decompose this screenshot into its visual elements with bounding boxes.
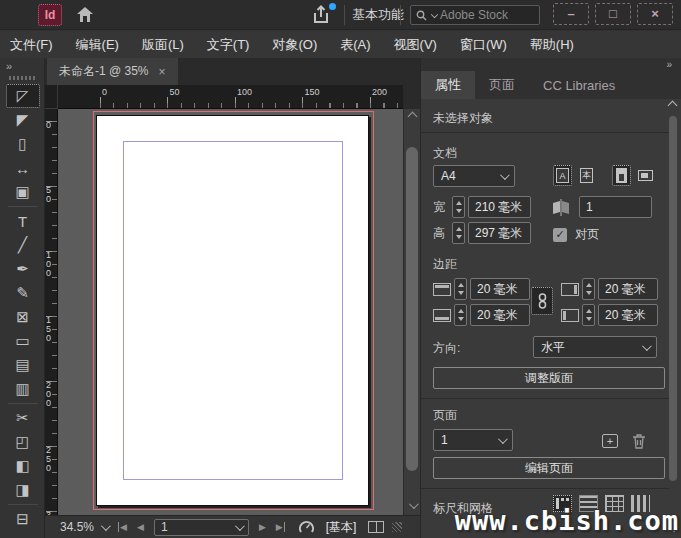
menu-item[interactable]: 文字(T) bbox=[207, 36, 250, 54]
menu-item[interactable]: 编辑(E) bbox=[76, 36, 119, 54]
workspace-switcher[interactable]: 基本功能 bbox=[352, 4, 419, 26]
delete-page-trash-icon[interactable] bbox=[632, 433, 646, 449]
margin-outside-field[interactable]: 20 毫米 bbox=[598, 304, 658, 326]
panel-tab-pages[interactable]: 页面 bbox=[475, 71, 529, 99]
first-page-button[interactable]: ◀ bbox=[118, 522, 127, 532]
tool-group-divider bbox=[8, 403, 38, 404]
content-collector-tool[interactable]: ▣ bbox=[6, 180, 40, 204]
minimize-button[interactable]: – bbox=[553, 3, 589, 25]
divider bbox=[344, 5, 345, 25]
share-icon[interactable] bbox=[312, 5, 334, 25]
pasteboard[interactable] bbox=[58, 109, 403, 515]
page-number-dropdown[interactable]: 1 bbox=[154, 519, 249, 536]
scrollbar-thumb[interactable] bbox=[406, 147, 418, 471]
line-tool[interactable]: ╱ bbox=[6, 233, 40, 257]
adjust-layout-button[interactable]: 调整版面 bbox=[433, 367, 665, 389]
ruler-origin-box[interactable] bbox=[45, 85, 58, 109]
add-page-button[interactable]: + bbox=[602, 434, 618, 448]
margin-bottom-stepper[interactable] bbox=[454, 304, 467, 326]
width-stepper[interactable] bbox=[452, 196, 465, 218]
edit-pages-button[interactable]: 编辑页面 bbox=[433, 457, 665, 479]
search-input[interactable]: Adobe Stock bbox=[410, 5, 540, 25]
orientation-landscape-button[interactable] bbox=[636, 165, 655, 186]
gap-tool[interactable]: ↔ bbox=[6, 156, 40, 180]
scroll-up-icon[interactable] bbox=[668, 101, 678, 111]
scrollbar-thumb[interactable] bbox=[669, 116, 677, 481]
indesign-app-icon[interactable]: Id bbox=[38, 4, 62, 26]
spread-view-icon[interactable] bbox=[368, 521, 384, 533]
frame-tool[interactable]: ⊠ bbox=[6, 305, 40, 329]
text-direction-vertical-button[interactable]: 本 bbox=[577, 165, 596, 186]
link-margins-button[interactable] bbox=[531, 287, 553, 315]
panel-collapse-icon[interactable]: » bbox=[666, 59, 672, 70]
zoom-level-control[interactable]: 34.5% bbox=[60, 520, 108, 534]
toolbar-expand-icon[interactable]: » bbox=[6, 60, 11, 72]
menu-item[interactable]: 表(A) bbox=[340, 36, 370, 54]
notification-dot bbox=[329, 3, 336, 10]
type-tool[interactable]: T bbox=[6, 209, 40, 233]
menu-item[interactable]: 对象(O) bbox=[272, 36, 317, 54]
previous-page-button[interactable]: ◀ bbox=[137, 522, 144, 532]
height-field[interactable]: 297 毫米 bbox=[468, 222, 531, 244]
close-button[interactable]: × bbox=[637, 3, 673, 25]
pages-current-select[interactable]: 1 bbox=[433, 429, 513, 451]
height-stepper[interactable] bbox=[452, 222, 465, 244]
vertical-ruler[interactable]: 0501001502002503 bbox=[45, 109, 58, 515]
status-bar: 34.5% ◀ ◀ 1 ▶ ▶ [基本] bbox=[45, 515, 420, 538]
menu-item[interactable]: 版面(L) bbox=[142, 36, 184, 54]
text-direction-horizontal-button[interactable]: A bbox=[553, 165, 572, 186]
free-transform-tool[interactable]: ◰ bbox=[6, 430, 40, 454]
selection-tool[interactable]: ◸ bbox=[6, 84, 40, 108]
width-field[interactable]: 210 毫米 bbox=[468, 196, 531, 218]
resize-grip[interactable] bbox=[392, 522, 402, 532]
margin-top-icon bbox=[433, 283, 451, 296]
facing-pages-checkbox[interactable]: ✓ bbox=[553, 228, 567, 242]
horizontal-grid-tool[interactable]: ▤ bbox=[6, 353, 40, 377]
page-count-field[interactable]: 1 bbox=[579, 196, 652, 218]
home-icon[interactable] bbox=[76, 6, 94, 23]
page-size-select[interactable]: A4 bbox=[433, 165, 515, 187]
margin-inside-field[interactable]: 20 毫米 bbox=[598, 278, 658, 300]
orientation-portrait-button[interactable] bbox=[612, 165, 631, 186]
pen-tool[interactable]: ✒ bbox=[6, 257, 40, 281]
page-tool[interactable]: ▯ bbox=[6, 132, 40, 156]
vertical-grid-tool[interactable]: ▥ bbox=[6, 377, 40, 401]
document-tab[interactable]: 未命名-1 @ 35% × bbox=[47, 58, 178, 85]
preflight-menu[interactable] bbox=[299, 520, 314, 535]
menu-item[interactable]: 窗口(W) bbox=[460, 36, 507, 54]
margin-outside-icon bbox=[561, 309, 579, 322]
margin-top-field[interactable]: 20 毫米 bbox=[470, 278, 530, 300]
margin-bottom-field[interactable]: 20 毫米 bbox=[470, 304, 530, 326]
margin-inside-stepper[interactable] bbox=[582, 278, 595, 300]
menu-item[interactable]: 文件(F) bbox=[10, 36, 53, 54]
scissors-tool[interactable]: ✂ bbox=[6, 406, 40, 430]
ruler-tick-label: 0 bbox=[102, 87, 107, 97]
toolbar-grip-handle[interactable] bbox=[9, 76, 35, 80]
gradient-swatch-tool[interactable]: ◧ bbox=[6, 454, 40, 478]
scroll-up-icon[interactable] bbox=[408, 112, 418, 122]
scroll-down-icon[interactable] bbox=[409, 499, 419, 509]
menu-item[interactable]: 视图(V) bbox=[394, 36, 437, 54]
preflight-profile-label[interactable]: [基本] bbox=[326, 519, 357, 536]
last-page-button[interactable]: ▶ bbox=[276, 522, 285, 532]
tab-close-icon[interactable]: × bbox=[159, 65, 166, 79]
panel-scrollbar[interactable] bbox=[667, 102, 679, 532]
maximize-button[interactable]: □ bbox=[595, 3, 631, 25]
note-tool[interactable]: ⊟ bbox=[6, 507, 40, 531]
next-page-button[interactable]: ▶ bbox=[259, 522, 266, 532]
page-spread[interactable] bbox=[96, 115, 369, 506]
panel-tab-properties[interactable]: 属性 bbox=[421, 71, 475, 99]
direct-selection-tool[interactable]: ◤ bbox=[6, 108, 40, 132]
panel-tab-cc-libraries[interactable]: CC Libraries bbox=[529, 71, 629, 99]
zoom-level-value: 34.5% bbox=[60, 520, 94, 534]
menu-item[interactable]: 帮助(H) bbox=[530, 36, 574, 54]
direction-select[interactable]: 水平 bbox=[533, 336, 657, 358]
margin-top-stepper[interactable] bbox=[454, 278, 467, 300]
ruler-tick-label: 150 bbox=[305, 87, 320, 97]
horizontal-ruler[interactable]: 050100150200 bbox=[58, 85, 403, 109]
gradient-feather-tool[interactable]: ◨ bbox=[6, 478, 40, 502]
vertical-scrollbar[interactable] bbox=[403, 109, 420, 515]
pencil-tool[interactable]: ✎ bbox=[6, 281, 40, 305]
rectangle-tool[interactable]: ▭ bbox=[6, 329, 40, 353]
margin-outside-stepper[interactable] bbox=[582, 304, 595, 326]
